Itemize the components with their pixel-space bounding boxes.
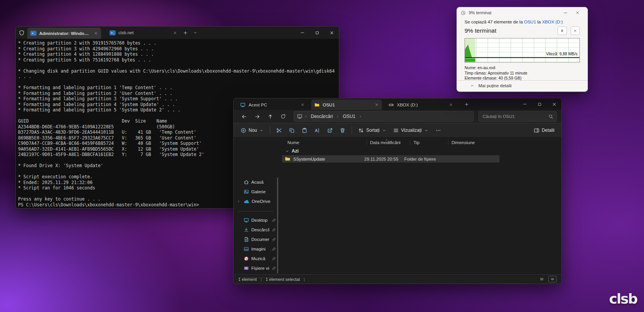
sidebar-item-onedrive[interactable]: OneDrive (235, 197, 276, 206)
more-icon (435, 128, 441, 133)
up-button[interactable] (264, 111, 276, 121)
maximize-button[interactable] (310, 27, 324, 39)
chevron-down-icon (382, 128, 386, 133)
sort-icon (358, 128, 364, 133)
breadcrumb[interactable]: Descărcări OSU1 (294, 111, 474, 122)
rename-icon (314, 128, 320, 133)
sidebar-item-gallery[interactable]: Galerie (235, 187, 276, 196)
file-type: Folder de fișiere (401, 157, 459, 161)
details-view-toggle[interactable] (538, 276, 546, 282)
sidebar-item-home[interactable]: Acasă (235, 178, 276, 187)
document-icon (244, 237, 249, 242)
new-button[interactable]: Nou (237, 126, 267, 135)
chevron-up-icon (470, 83, 475, 88)
sidebar-scrollbar[interactable] (277, 178, 278, 274)
sidebar-item-pictures[interactable]: Imagini (235, 244, 276, 254)
tab-close-icon[interactable] (173, 31, 177, 35)
copy-button[interactable] (286, 126, 298, 135)
copy-destination-link[interactable]: XBOX (D:) (542, 20, 563, 24)
column-header-type[interactable]: Tip (410, 140, 448, 145)
view-label: Vizualizați (401, 128, 422, 133)
view-button[interactable]: Vizualizați (390, 126, 432, 135)
thumbnails-view-toggle[interactable] (548, 276, 557, 282)
terminal-titlebar[interactable]: Administrator: Windows Pow clsb.net (16, 27, 339, 39)
pin-icon (272, 228, 276, 232)
column-header-name[interactable]: Nume (284, 140, 367, 145)
copy-source-link[interactable]: OSU1 (524, 20, 536, 24)
minimize-button[interactable] (518, 98, 532, 110)
sidebar-item-desktop[interactable]: Desktop (235, 216, 276, 225)
cut-button[interactable] (273, 126, 285, 135)
group-header-today[interactable]: Azi (285, 148, 299, 154)
forward-button[interactable] (251, 111, 263, 121)
search-box[interactable] (478, 111, 557, 122)
transfer-speed-graph: Viteză: 9,88 MB/s (465, 38, 580, 63)
clock-icon (461, 10, 466, 15)
search-icon (548, 114, 553, 119)
clsb-watermark: clsb (609, 291, 637, 307)
sort-label: Sortați (366, 128, 380, 133)
admin-shield-icon (16, 27, 27, 39)
paste-button[interactable] (299, 126, 310, 135)
terminal-tab-clsbnet[interactable]: clsb.net (106, 27, 180, 39)
sort-button[interactable]: Sortați (355, 126, 389, 135)
file-modified-date: 29.11.2025 20:55 (361, 157, 401, 161)
explorer-tab-osu1[interactable]: OSU1 (311, 100, 382, 110)
close-button[interactable] (571, 7, 584, 18)
more-options-button[interactable] (432, 126, 444, 135)
sidebar-item-music[interactable]: Muzică (235, 254, 276, 263)
share-button[interactable] (324, 126, 336, 135)
file-name: SSystemUpdate (293, 157, 325, 161)
new-icon (241, 128, 246, 133)
sidebar-item-documents[interactable]: Documente (235, 235, 276, 244)
file-row-ssystemupdate[interactable]: SSystemUpdate 29.11.2025 20:55 Folder de… (282, 155, 500, 163)
sidebar-item-this-pc[interactable]: Acest PC (235, 282, 276, 284)
new-tab-button[interactable] (180, 27, 190, 39)
video-icon (244, 266, 249, 271)
terminal-tab-admin-powershell[interactable]: Administrator: Windows Pow (27, 28, 101, 39)
delete-button[interactable] (337, 126, 349, 135)
fewer-details-toggle[interactable]: Mai puține detalii (470, 83, 511, 88)
tab-close-icon[interactable] (449, 103, 453, 107)
tab-close-icon[interactable] (300, 103, 305, 107)
explorer-tabbar[interactable]: Acest PC OSU1 XBOX (D:) (234, 98, 561, 110)
pin-icon (272, 266, 276, 271)
breadcrumb-downloads[interactable]: Descărcări (309, 113, 334, 119)
tab-dropdown-button[interactable] (190, 27, 200, 39)
sidebar-item-downloads[interactable]: Descărcări (235, 225, 276, 234)
dialog-titlebar[interactable]: 9% terminat (457, 7, 588, 18)
copy-progress-dialog: 9% terminat Se copiază 47 elemente de la… (456, 7, 588, 92)
close-button[interactable] (547, 98, 561, 110)
minimize-button[interactable] (559, 7, 571, 18)
explorer-tab-acest-pc[interactable]: Acest PC (237, 100, 308, 110)
pause-button[interactable] (558, 27, 567, 35)
powershell-icon (30, 31, 37, 36)
close-button[interactable] (324, 27, 339, 39)
explorer-file-list: Nume Data modificării Tip Dimensiune Azi (279, 138, 561, 274)
search-input[interactable] (482, 114, 546, 119)
graph-grid (465, 38, 579, 62)
explorer-addressbar: Descărcări OSU1 (234, 110, 561, 123)
view-list-icon (393, 128, 399, 133)
back-button[interactable] (238, 111, 250, 121)
tab-close-icon[interactable] (375, 103, 379, 107)
column-header-modified[interactable]: Data modificării (367, 140, 410, 145)
details-pane-button[interactable]: Detalii (531, 126, 558, 135)
sidebar-item-videos[interactable]: Fișiere video (235, 264, 276, 273)
tab-label: XBOX (D:) (397, 103, 446, 107)
chevron-right-icon[interactable] (237, 199, 241, 203)
refresh-button[interactable] (277, 111, 289, 121)
rename-button[interactable] (311, 126, 323, 135)
breadcrumb-osu1[interactable]: OSU1 (341, 113, 357, 119)
minimize-button[interactable] (295, 27, 310, 39)
trash-icon (340, 128, 345, 133)
column-header-size[interactable]: Dimensiune (448, 140, 478, 145)
folder-icon (314, 102, 320, 108)
new-tab-button[interactable] (461, 98, 471, 110)
pin-icon (272, 218, 276, 222)
tab-close-icon[interactable] (94, 31, 98, 35)
image-icon (244, 246, 249, 252)
maximize-button[interactable] (532, 98, 547, 110)
cancel-button[interactable] (571, 27, 580, 35)
explorer-tab-xbox-d[interactable]: XBOX (D:) (385, 100, 456, 110)
